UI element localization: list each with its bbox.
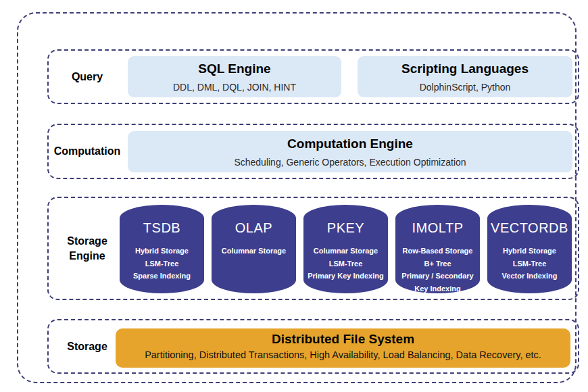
scripting-languages-subtitle: DolphinScript, Python	[420, 80, 511, 94]
cylinder-vectordb: VECTORDB Hybrid Storage LSM-Tree Vector …	[487, 205, 572, 293]
feature-line: Primary Key Indexing	[308, 270, 384, 283]
feature-line: Columnar Storage	[222, 245, 286, 258]
cylinder-tsdb-title: TSDB	[143, 220, 180, 236]
sql-engine-box: SQL Engine DDL, DML, DQL, JOIN, HINT	[128, 56, 341, 97]
computation-engine-title: Computation Engine	[287, 135, 413, 153]
feature-line: LSM-Tree	[502, 258, 558, 270]
cylinder-vectordb-features: Hybrid Storage LSM-Tree Vector Indexing	[502, 245, 558, 283]
feature-line: Primary / Secondary	[401, 270, 473, 283]
layer-storage-engine: Storage Engine TSDB Hybrid Storage LSM-T…	[47, 197, 579, 300]
cylinder-olap-title: OLAP	[235, 220, 272, 236]
architecture-diagram: Query SQL Engine DDL, DML, DQL, JOIN, HI…	[0, 0, 588, 392]
layer-computation: Computation Computation Engine Schedulin…	[47, 124, 579, 179]
distributed-file-system-subtitle: Partitioning, Distributed Transactions, …	[145, 348, 541, 362]
scripting-languages-box: Scripting Languages DolphinScript, Pytho…	[358, 56, 572, 97]
sql-engine-subtitle: DDL, DML, DQL, JOIN, HINT	[173, 80, 296, 94]
distributed-file-system-box: Distributed File System Partitioning, Di…	[116, 328, 570, 368]
sql-engine-title: SQL Engine	[198, 60, 270, 78]
computation-engine-box: Computation Engine Scheduling, Generic O…	[128, 131, 572, 172]
feature-line: Sparse Indexing	[133, 270, 191, 283]
cylinder-imoltp-features: Row-Based Storage B+ Tree Primary / Seco…	[401, 245, 473, 295]
cylinder-tsdb: TSDB Hybrid Storage LSM-Tree Sparse Inde…	[120, 205, 204, 293]
feature-line: Hybrid Storage	[502, 245, 558, 258]
outer-frame: Query SQL Engine DDL, DML, DQL, JOIN, HI…	[17, 12, 577, 383]
scripting-languages-title: Scripting Languages	[401, 60, 529, 78]
layer-label-storage: Storage	[49, 320, 126, 372]
cylinder-pkey-features: Columnar Storage LSM-Tree Primary Key In…	[308, 245, 384, 283]
feature-line: LSM-Tree	[133, 258, 191, 270]
cylinder-tsdb-features: Hybrid Storage LSM-Tree Sparse Indexing	[133, 245, 191, 283]
layer-storage: Storage Distributed File System Partitio…	[47, 319, 579, 374]
feature-line: LSM-Tree	[308, 258, 384, 270]
feature-line: Columnar Storage	[308, 245, 384, 258]
layer-label-query: Query	[49, 51, 126, 103]
layer-label-computation: Computation	[49, 125, 126, 178]
layer-label-storage-engine: Storage Engine	[49, 198, 126, 299]
cylinder-vectordb-title: VECTORDB	[491, 220, 568, 236]
computation-engine-subtitle: Scheduling, Generic Operators, Execution…	[234, 155, 466, 169]
feature-line: Key Indexing	[401, 283, 473, 295]
cylinder-pkey-title: PKEY	[327, 220, 364, 236]
feature-line: Hybrid Storage	[133, 245, 191, 258]
feature-line: Vector Indexing	[502, 270, 558, 283]
feature-line: Row-Based Storage	[401, 245, 473, 258]
layer-query: Query SQL Engine DDL, DML, DQL, JOIN, HI…	[47, 49, 579, 104]
distributed-file-system-title: Distributed File System	[272, 330, 414, 348]
cylinder-olap: OLAP Columnar Storage	[212, 205, 296, 293]
cylinder-pkey: PKEY Columnar Storage LSM-Tree Primary K…	[303, 205, 388, 293]
feature-line: B+ Tree	[401, 258, 473, 270]
cylinder-imoltp-title: IMOLTP	[412, 220, 464, 236]
cylinder-imoltp: IMOLTP Row-Based Storage B+ Tree Primary…	[395, 205, 480, 293]
cylinder-olap-features: Columnar Storage	[222, 245, 286, 258]
